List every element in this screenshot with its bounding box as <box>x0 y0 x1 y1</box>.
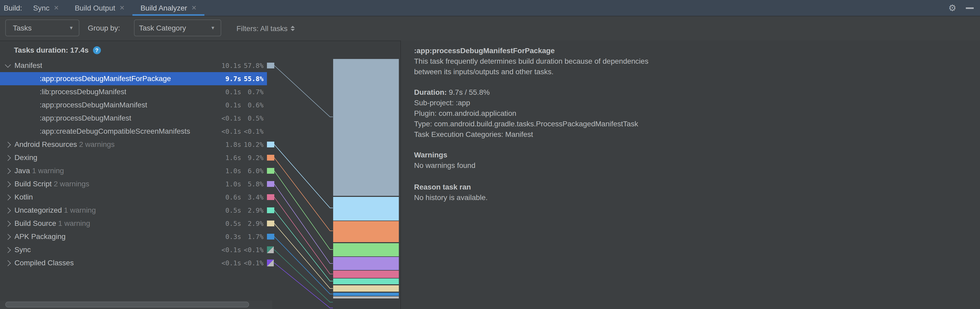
task-title: :app:processDebugManifestForPackage <box>414 46 555 55</box>
header-separator <box>0 16 980 16</box>
tree-row-category[interactable]: Build Source 1 warning0.5s2.9% <box>0 217 274 230</box>
connector-line <box>274 157 333 231</box>
tree-row-category[interactable]: Sync<0.1s<0.1% <box>0 243 274 256</box>
category-color-swatch <box>267 220 274 226</box>
gear-icon[interactable]: ⚙ <box>948 3 957 12</box>
bar-segment-manifest[interactable] <box>333 59 399 196</box>
close-icon[interactable]: ✕ <box>191 5 197 11</box>
row-label: :lib:processDebugManifest <box>40 85 126 98</box>
tree-row-task[interactable]: :app:processDebugManifestForPackage9.7s5… <box>0 72 274 85</box>
toolbar: Tasks ▼ Group by: Task Category ▼ Filter… <box>0 16 980 40</box>
view-dropdown[interactable]: Tasks ▼ <box>5 19 80 36</box>
row-duration: 1.0s <box>226 164 241 177</box>
bar-segment-build-source[interactable] <box>333 285 399 291</box>
bar-segment-kotlin[interactable] <box>333 271 399 278</box>
row-percent: 1.7% <box>248 230 264 243</box>
row-label: Build Script 2 warnings <box>14 177 89 190</box>
row-label: Build Source 1 warning <box>14 217 90 230</box>
type-line: Type: com.android.build.gradle.tasks.Pro… <box>414 120 638 128</box>
bar-segment-other[interactable] <box>333 296 399 298</box>
category-color-swatch <box>267 207 274 213</box>
group-by-label: Group by: <box>88 16 120 40</box>
row-percent: 3.4% <box>248 190 264 203</box>
row-duration: 0.5s <box>226 203 241 217</box>
tree-row-task[interactable]: :lib:processDebugManifest0.1s0.7% <box>0 85 274 98</box>
task-description-line1: This task frequently determines build du… <box>414 57 648 65</box>
bar-segment-dexing[interactable] <box>333 221 399 242</box>
row-label: Compiled Classes <box>14 256 74 269</box>
category-color-swatch <box>267 259 274 266</box>
sort-arrows-icon <box>291 26 295 31</box>
horizontal-scrollbar[interactable] <box>0 301 272 309</box>
bar-segment-android-resources[interactable] <box>333 197 399 220</box>
tree-row-category[interactable]: Manifest10.1s57.8% <box>0 59 274 72</box>
task-description-line2: between its inputs/outputs and other tas… <box>414 67 554 76</box>
tab-strip: Sync ✕ Build Output ✕ Build Analyzer ✕ <box>25 0 204 16</box>
close-icon[interactable]: ✕ <box>119 5 125 11</box>
row-label: Manifest <box>14 59 42 72</box>
bar-segment-uncategorized[interactable] <box>333 279 399 284</box>
row-duration: 1.0s <box>226 177 241 190</box>
row-duration: 0.1s <box>226 98 241 111</box>
bar-segment-build-script[interactable] <box>333 257 399 270</box>
tree-row-category[interactable]: Java 1 warning1.0s6.0% <box>0 164 274 177</box>
connector-line <box>274 236 333 294</box>
group-by-dropdown[interactable]: Task Category ▼ <box>134 19 221 36</box>
warnings-header: Warnings <box>414 150 447 159</box>
close-icon[interactable]: ✕ <box>54 5 59 11</box>
row-label: :app:processDebugMainManifest <box>40 98 147 111</box>
connector-line <box>274 223 333 288</box>
tab-build-analyzer[interactable]: Build Analyzer ✕ <box>133 0 205 16</box>
tasks-duration-title: Tasks duration: 17.4s ? <box>14 46 101 54</box>
tree-row-category[interactable]: Uncategorized 1 warning0.5s2.9% <box>0 203 274 217</box>
row-percent: 2.9% <box>248 217 264 230</box>
tree-row-category[interactable]: Build Script 2 warnings1.0s5.8% <box>0 177 274 190</box>
scrollbar-thumb[interactable] <box>5 301 249 307</box>
row-duration: 10.1s <box>221 59 241 72</box>
details-panel: :app:processDebugManifestForPackage This… <box>401 40 980 309</box>
row-duration: <0.1s <box>221 125 241 138</box>
connector-line <box>274 65 333 117</box>
connector-line <box>274 250 333 302</box>
minimize-icon[interactable] <box>966 7 974 9</box>
row-percent: 5.8% <box>248 177 264 190</box>
category-color-swatch <box>267 234 274 239</box>
tab-sync[interactable]: Sync ✕ <box>25 0 67 16</box>
row-label: Android Resources 2 warnings <box>14 138 115 151</box>
chevron-down-icon: ▼ <box>69 25 73 30</box>
tree-row-category[interactable]: Dexing1.6s9.2% <box>0 151 274 164</box>
row-duration: 0.1s <box>226 85 241 98</box>
subproject-line: Sub-project: :app <box>414 98 470 107</box>
tree-row-task[interactable]: :app:processDebugMainManifest0.1s0.6% <box>0 98 274 111</box>
row-percent: <0.1% <box>244 256 264 269</box>
connector-line <box>274 263 333 308</box>
row-duration: <0.1s <box>221 111 241 125</box>
help-icon[interactable]: ? <box>93 46 101 54</box>
row-label: APK Packaging <box>14 230 66 243</box>
bar-segment-apk-packaging[interactable] <box>333 292 399 296</box>
category-color-swatch <box>267 194 274 200</box>
connector-line <box>274 210 333 281</box>
filters-control[interactable]: Filters: All tasks <box>237 16 295 40</box>
row-label: Sync <box>14 243 31 256</box>
duration-value: 9.7s / 55.8% <box>447 88 490 96</box>
warnings-value: No warnings found <box>414 161 476 170</box>
category-color-swatch <box>267 181 274 187</box>
row-percent: 10.2% <box>244 138 264 151</box>
build-analyzer-window: Build: Sync ✕ Build Output ✕ Build Analy… <box>0 0 980 309</box>
warning-count: 2 warnings <box>52 179 89 188</box>
row-percent: 0.5% <box>248 111 264 125</box>
row-percent: 2.9% <box>248 203 264 217</box>
tree-row-task[interactable]: :app:processDebugManifest<0.1s0.5% <box>0 111 274 125</box>
tab-build-output[interactable]: Build Output ✕ <box>67 0 132 16</box>
tree-row-task[interactable]: :app:createDebugCompatibleScreenManifest… <box>0 125 274 138</box>
tree-row-category[interactable]: Kotlin0.6s3.4% <box>0 190 274 203</box>
row-label: Dexing <box>14 151 37 164</box>
tree-row-category[interactable]: Android Resources 2 warnings1.8s10.2% <box>0 138 274 151</box>
tree-row-category[interactable]: APK Packaging0.3s1.7% <box>0 230 274 243</box>
row-duration: 9.7s <box>226 72 241 85</box>
tree-row-category[interactable]: Compiled Classes<0.1s<0.1% <box>0 256 274 269</box>
bar-segment-java[interactable] <box>333 243 399 256</box>
row-percent: 9.2% <box>248 151 264 164</box>
warning-count: 1 warning <box>30 166 64 175</box>
